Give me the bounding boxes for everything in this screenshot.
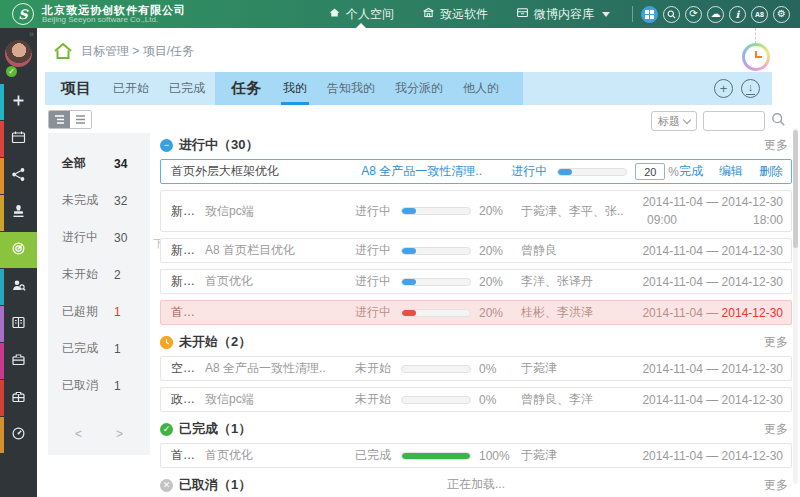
home-icon <box>328 6 341 22</box>
stat-row-已完成[interactable]: 已完成1 <box>48 330 150 367</box>
group-label: 未开始（2） <box>179 333 251 351</box>
date-range: 2014-11-04 — 2014-12-30 <box>633 447 783 465</box>
date-start: 2014-11-04 — <box>642 393 721 407</box>
task-row[interactable]: 首页外层大框架优化首页优化已完成100%于菀津2014-11-04 — 2014… <box>160 443 792 468</box>
assignee-names: 于菀津、李平、张.. <box>521 203 633 220</box>
date-line: 2014-11-04 — 2014-12-30 <box>633 304 783 322</box>
delete-link[interactable]: 删除 <box>759 163 783 180</box>
breadcrumb: 目标管理 > 项目/任务 <box>53 42 194 60</box>
search-field-dropdown[interactable]: 标题 <box>651 111 697 131</box>
group-more-link[interactable]: 更多 <box>764 334 792 351</box>
sidebar-item-toolbox[interactable] <box>0 380 37 416</box>
nav-item-weibo-library[interactable]: 微博内容库 <box>502 0 624 28</box>
download-button[interactable]: ↓ <box>741 79 760 98</box>
topbar-icon-group: ⟳☁iA8⚙ <box>641 6 800 23</box>
date-end: 2014-12-30 <box>722 362 783 376</box>
subtab-task-告知我的[interactable]: 告知我的 <box>317 72 385 105</box>
subtab-project-已完成[interactable]: 已完成 <box>159 72 215 105</box>
task-row[interactable]: 新首页新增栏目细分首页优化进行中20%李洋、张译丹2014-11-04 — 20… <box>160 269 792 294</box>
date-range: 2014-11-04 — 2014-12-30 <box>633 391 783 409</box>
add-task-button[interactable]: + <box>714 79 733 98</box>
task-row[interactable]: 首页外层大框架优化进行中20%桂彬、李洪泽2014-11-04 — 2014-1… <box>160 300 792 325</box>
info-icon[interactable]: i <box>729 6 746 23</box>
stat-row-已取消[interactable]: 已取消1 <box>48 367 150 404</box>
sidebar-item-business[interactable] <box>0 343 37 379</box>
settings-icon[interactable]: ⚙ <box>773 6 790 23</box>
clock-icon[interactable] <box>160 336 173 349</box>
sidebar-item-hr[interactable] <box>0 269 37 305</box>
stat-label: 未完成 <box>62 192 114 209</box>
progress-input[interactable] <box>635 163 665 180</box>
sidebar-item-new-item[interactable] <box>0 84 37 120</box>
group-more-link[interactable]: 更多 <box>764 137 792 154</box>
item-color-strip <box>0 232 4 268</box>
task-project: A8 首页栏目优化 <box>205 242 355 259</box>
stat-row-未完成[interactable]: 未完成32 <box>48 182 150 219</box>
stat-row-未开始[interactable]: 未开始2 <box>48 256 150 293</box>
tree-view-button[interactable] <box>49 111 70 128</box>
search-submit-icon[interactable] <box>771 112 786 131</box>
sidebar-item-target-management[interactable] <box>0 232 37 268</box>
hanging-clock-widget[interactable] <box>741 28 771 74</box>
subtab-project-已开始[interactable]: 已开始 <box>103 72 159 105</box>
date-end: 2014-12-30 <box>722 306 783 320</box>
calendar-icon <box>11 130 26 149</box>
task-project[interactable]: A8 全产品一致性清理.. <box>361 163 511 180</box>
complete-link[interactable]: 完成 <box>679 163 703 180</box>
time-start: 09:00 <box>647 211 677 229</box>
task-row[interactable]: 新老首页并存功能（确认新老框架切换的方式）致信pc端进行中20%于菀津、李平、张… <box>160 190 792 232</box>
sidebar-item-workflow[interactable] <box>0 158 37 194</box>
stat-row-已超期[interactable]: 已超期1 <box>48 293 150 330</box>
date-range: 2014-11-04 — 2014-12-3009:0018:00 <box>633 193 783 229</box>
progress-bar <box>401 278 471 286</box>
subtab-task-他人的[interactable]: 他人的 <box>453 72 509 105</box>
tab-task[interactable]: 任务 <box>215 79 273 98</box>
sidebar-item-approval[interactable] <box>0 195 37 231</box>
sync-icon[interactable]: ⟳ <box>685 6 702 23</box>
date-range: 2014-11-04 — 2014-12-30 <box>633 242 783 260</box>
group-more-link[interactable]: 更多 <box>764 421 792 438</box>
toolbox-icon <box>11 389 26 408</box>
cloud-icon[interactable]: ☁ <box>707 6 724 23</box>
breadcrumb-text: 目标管理 > 项目/任务 <box>81 43 194 60</box>
subtab-task-我的[interactable]: 我的 <box>273 72 317 105</box>
pager-prev-icon[interactable]: < <box>75 427 82 441</box>
time-line: 09:0018:00 <box>633 211 783 229</box>
scrollbar-thumb[interactable] <box>793 130 798 248</box>
sidebar-item-schedule[interactable] <box>0 121 37 157</box>
nav-item-seeyon-software[interactable]: 致远软件 <box>408 0 502 28</box>
task-title: 空间新增布局 <box>171 360 205 377</box>
a8-icon[interactable]: A8 <box>751 6 768 23</box>
task-row[interactable]: 首页外层大框架优化A8 全产品一致性清理..进行中%完成编辑删除 <box>160 159 792 184</box>
sidebar-item-address-book[interactable] <box>0 306 37 342</box>
stat-row-全部[interactable]: 全部34 <box>48 145 150 182</box>
check-icon[interactable]: ✓ <box>160 423 173 436</box>
stat-value: 1 <box>114 342 121 356</box>
task-row[interactable]: 空间新增布局A8 全产品一致性清理..未开始0%于菀津2014-11-04 — … <box>160 356 792 381</box>
progress-fill <box>402 310 416 316</box>
task-title: 首页外层大框架优化 <box>171 163 361 180</box>
project-subtabs: 已开始已完成 <box>103 72 215 105</box>
progress-bar <box>401 365 471 373</box>
tab-project[interactable]: 项目 <box>45 79 103 98</box>
pager-next-icon[interactable]: > <box>116 427 123 441</box>
sidebar-item-dashboard[interactable] <box>0 417 37 453</box>
progress-fill <box>402 453 470 459</box>
date-start: 2014-11-04 — <box>642 449 721 463</box>
stat-value: 32 <box>114 194 127 208</box>
time-end: 18:00 <box>753 211 783 229</box>
user-avatar[interactable] <box>5 40 32 67</box>
search-icon[interactable] <box>663 6 680 23</box>
task-row[interactable]: 新老首页大背景图上传A8 首页栏目优化进行中20%曾静良2014-11-04 —… <box>160 238 792 263</box>
building-icon <box>422 6 435 22</box>
stat-row-进行中[interactable]: 进行中30 <box>48 219 150 256</box>
edit-link[interactable]: 编辑 <box>719 163 743 180</box>
nav-item-personal-space[interactable]: 个人空间 <box>314 0 408 28</box>
search-input[interactable] <box>703 111 765 131</box>
task-row[interactable]: 政务新首页工作项致信pc端未开始0%曾静良、李洋2014-11-04 — 201… <box>160 387 792 412</box>
subtab-task-我分派的[interactable]: 我分派的 <box>385 72 453 105</box>
progress-fill <box>558 169 572 175</box>
collapse-minus-icon[interactable]: − <box>160 139 173 152</box>
list-view-button[interactable] <box>70 111 91 128</box>
apps-icon[interactable] <box>641 6 658 23</box>
